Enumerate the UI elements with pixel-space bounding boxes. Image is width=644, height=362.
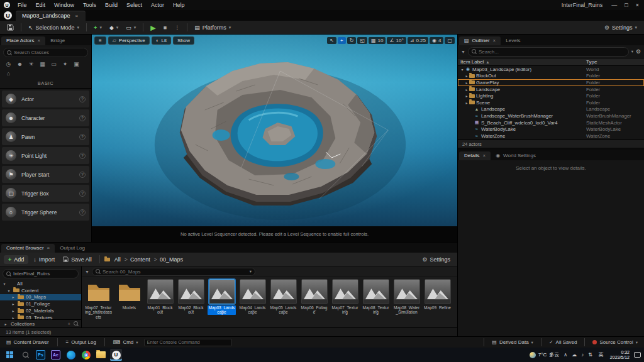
outliner-settings-icon[interactable]: ⚙ (636, 48, 641, 55)
volume-icon[interactable]: ♪ (581, 352, 584, 358)
taskbar-photoshop-icon[interactable]: Ps (35, 349, 47, 361)
settings-dropdown[interactable]: ⚙ Settings ▾ (601, 23, 640, 32)
console-command-box[interactable] (144, 339, 232, 346)
start-button[interactable] (3, 349, 16, 361)
outliner-row[interactable]: ▲ Landscape Landscape (458, 106, 644, 113)
tray-expand-icon[interactable]: ∧ (564, 352, 567, 358)
menu-item[interactable]: Help (169, 2, 189, 8)
asset-tile[interactable]: Models (115, 279, 143, 326)
asset-tile[interactable]: Map08_Water_Simulation (392, 279, 421, 326)
asset-tile[interactable]: Map06_Foliage (300, 279, 328, 326)
play-button[interactable]: ▶ (147, 23, 158, 32)
perspective-dropdown[interactable]: ▱ Perspective (108, 36, 150, 45)
category-icon[interactable]: ☻ (14, 60, 25, 69)
row-expander[interactable]: ▸ (464, 101, 469, 105)
category-icon[interactable]: ▦ (37, 60, 48, 69)
maximize-button[interactable]: □ (625, 2, 628, 8)
breadcrumb-item[interactable]: Content (122, 256, 150, 263)
outliner-row[interactable]: ≈ WaterBodyLake WaterBodyLake (458, 126, 644, 133)
row-expander[interactable]: ▸ (464, 80, 469, 85)
row-expander[interactable]: ▸ (464, 74, 469, 78)
outliner-search-input[interactable] (479, 49, 625, 55)
asset-tile[interactable]: Map03_Landscape (208, 279, 236, 326)
move-tool-button[interactable]: + (338, 37, 346, 44)
rotate-tool-button[interactable]: ↻ (347, 37, 357, 44)
filter-funnel-icon[interactable]: ▼ (461, 50, 465, 54)
filter-funnel-icon[interactable]: ▼ (85, 270, 89, 274)
tab-levels[interactable]: Levels (501, 36, 525, 45)
rotation-snap-button[interactable]: ∠10° (387, 37, 406, 44)
category-icon[interactable]: ▣ (71, 60, 82, 69)
category-icon[interactable]: ◷ (3, 60, 14, 69)
skip-button[interactable]: ■ (160, 23, 170, 32)
scale-tool-button[interactable]: ◱ (357, 37, 367, 44)
menu-item[interactable]: Window (50, 2, 79, 8)
save-button[interactable] (4, 23, 17, 32)
column-item-label[interactable]: Item Label (460, 59, 484, 65)
source-control-dropdown[interactable]: Source Control ▾ (590, 339, 640, 345)
outliner-row[interactable]: ≈ Landscape_WaterBrushManager WaterBrush… (458, 112, 644, 119)
unreal-logo-icon[interactable]: U (4, 11, 12, 19)
row-expander[interactable]: ▸ (464, 94, 469, 98)
cmd-dropdown[interactable]: ⌨ Cmd ▾ (111, 339, 141, 345)
maximize-viewport-button[interactable]: ▢ (445, 37, 455, 44)
outliner-row[interactable]: ▸ Landscape Folder (458, 86, 644, 93)
taskbar-file-explorer-icon[interactable] (95, 349, 107, 361)
taskbar-clock[interactable]: 0:32 2023/5/12 (610, 350, 630, 360)
placeable-actor-item[interactable]: ▢ Trigger Box ? (2, 185, 89, 202)
search-icon[interactable] (74, 321, 78, 326)
menu-item[interactable]: Select (122, 2, 147, 8)
tab-close-icon[interactable]: × (47, 245, 50, 251)
menu-item[interactable]: Tools (79, 2, 101, 8)
help-icon[interactable]: ? (79, 209, 86, 216)
tab-close-icon[interactable]: × (37, 38, 40, 43)
viewport-options-button[interactable]: ≡ (94, 36, 106, 45)
asset-tile[interactable]: Map07_Texturing (331, 279, 359, 326)
tab-outliner[interactable]: ▤ Outliner × (459, 36, 501, 45)
folder-tree-item[interactable]: ▸ 02_Materials (0, 307, 81, 314)
breadcrumb-item[interactable]: 00_Maps (152, 256, 183, 263)
outliner-search-box[interactable] (468, 47, 629, 57)
tab-output-log[interactable]: Output Log (55, 244, 90, 253)
asset-tile[interactable]: Map01_Blockout (146, 279, 174, 326)
tree-expander[interactable]: ▸ (11, 295, 16, 299)
grid-snap-button[interactable]: ▦10 (369, 37, 386, 44)
taskbar-search-button[interactable] (19, 349, 31, 361)
asset-tile[interactable]: Map04_Landscape (238, 279, 267, 326)
tree-filter-input[interactable] (13, 271, 75, 277)
outliner-row[interactable]: ▾ ◉ Map03_Landscape (Editor) World (458, 66, 644, 73)
row-expander[interactable]: ▸ (464, 87, 469, 92)
all-saved-indicator[interactable]: ✓ All Saved (547, 339, 580, 345)
content-browser-settings-button[interactable]: ⚙ Settings (419, 255, 453, 264)
tab-content-browser[interactable]: Content Browser × (1, 244, 55, 253)
column-type[interactable]: Type (586, 59, 644, 65)
tree-filter-box[interactable] (3, 269, 79, 278)
tree-expander[interactable]: ▸ (11, 309, 16, 313)
weather-widget[interactable]: 7°C 多云 (530, 351, 559, 358)
tree-expander[interactable]: ▾ (2, 282, 7, 286)
tab-close-icon[interactable]: × (482, 153, 486, 158)
help-icon[interactable]: ? (79, 115, 86, 121)
help-icon[interactable]: ? (79, 172, 86, 178)
help-icon[interactable]: ? (79, 153, 86, 159)
menu-item[interactable]: Actor (147, 2, 169, 8)
help-icon[interactable]: ? (79, 134, 86, 140)
outliner-row[interactable]: ▸ GamePlay Folder (458, 79, 644, 86)
show-dropdown[interactable]: Show (173, 36, 194, 45)
add-button[interactable]: + Add (4, 255, 28, 264)
content-drawer-button[interactable]: ▤ Content Drawer (4, 339, 52, 345)
asset-tile[interactable]: Map05_Landscape (269, 279, 297, 326)
taskbar-edge-icon[interactable] (65, 349, 77, 361)
help-icon[interactable]: ? (79, 190, 86, 197)
outliner-header[interactable]: Item Label ▲ Type (458, 58, 644, 66)
cinematics-dropdown[interactable]: ▭▾ (123, 23, 139, 32)
asset-tile[interactable]: Map02_Blockout (177, 279, 205, 326)
tab-details[interactable]: Details × (459, 151, 491, 160)
play-options-kebab[interactable]: ⋮ (171, 23, 183, 32)
outliner-type-filter-icon[interactable]: ▾ (631, 49, 633, 54)
camera-speed-button[interactable]: ◉4 (430, 37, 443, 44)
folder-tree-item[interactable]: ▸ 01_Foliage (0, 300, 81, 307)
placeable-actor-item[interactable]: ☀ Point Light ? (2, 147, 89, 164)
add-collection-icon[interactable]: + (67, 321, 70, 327)
tab-place-actors[interactable]: Place Actors × (1, 36, 45, 45)
